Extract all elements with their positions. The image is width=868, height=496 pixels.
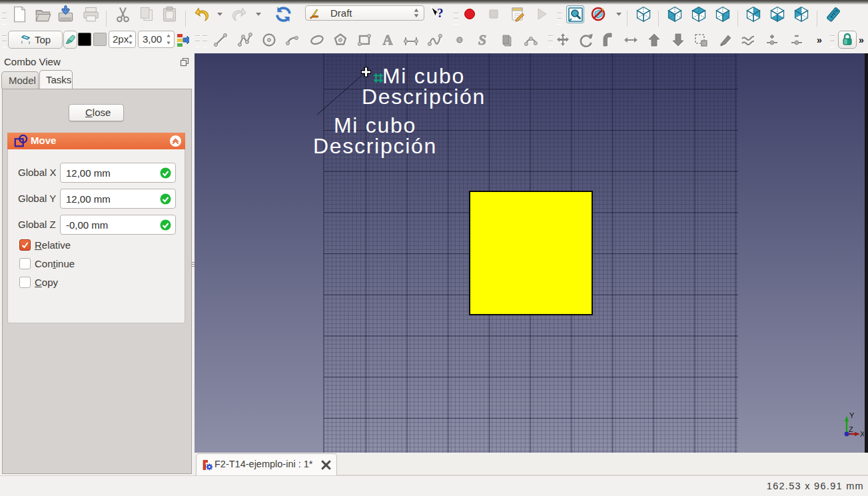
svg-text:S: S	[478, 32, 486, 48]
svg-text:?: ?	[437, 6, 444, 20]
svg-text:X: X	[860, 430, 864, 438]
svg-text:A: A	[382, 32, 393, 48]
svg-text:Y: Y	[849, 411, 855, 419]
svg-text:Z: Z	[849, 425, 853, 433]
